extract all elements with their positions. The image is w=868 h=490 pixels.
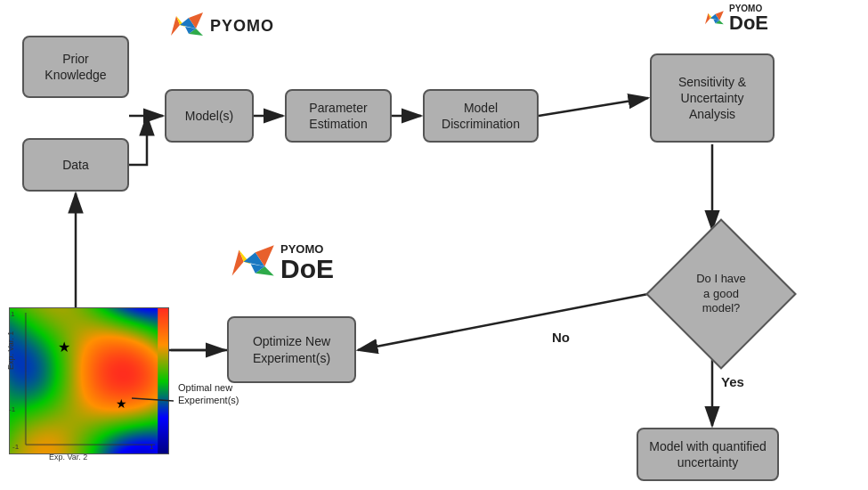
param-est-box: Parameter Estimation [285,89,392,143]
models-box: Model(s) [165,89,254,143]
diamond-label: Do I have a good model? [696,272,746,317]
optimize-box: Optimize New Experiment(s) [227,316,356,383]
x-tick-left: -1 [12,443,19,451]
no-label: No [552,330,570,345]
bird-icon-top-right [703,9,726,29]
prior-knowledge-label: Prior Knowledge [45,51,106,83]
sensitivity-box: Sensitivity & Uncertainty Analysis [650,53,775,143]
doe-text-top-right: DoE [729,13,768,33]
pyomo-doe-logo-top-right: PYOMO DoE [703,4,768,33]
star-2: ★ [116,396,127,411]
model-quant-box: Model with quantified uncertainty [637,428,779,481]
data-label: Data [62,157,89,173]
doe-text-middle: DoE [280,256,334,282]
star-1: ★ [58,339,70,355]
model-quant-label: Model with quantified uncertainty [649,438,767,470]
x-tick-right: 1 [150,443,153,451]
y-axis-label: Exp. Var. 1 [6,331,15,370]
bird-icon-middle [230,241,279,285]
svg-line-8 [358,294,648,350]
bird-icon-top [169,9,207,43]
optimize-label: Optimize New Experiment(s) [253,333,330,365]
pyomo-logo-top: PYOMO [169,9,274,43]
x-axis-label: Exp. Var. 2 [49,453,87,461]
heatmap-plot [9,307,169,454]
yes-label: Yes [721,374,744,389]
svg-line-5 [539,98,648,116]
sensitivity-label: Sensitivity & Uncertainty Analysis [678,74,746,123]
y-tick-top: 1 [11,310,14,318]
optimal-label: Optimal new Experiment(s) [178,381,239,406]
decision-diamond: Do I have a good model? [650,232,792,356]
data-box: Data [22,138,129,192]
pyomo-text-top: PYOMO [210,17,274,36]
pyomo-doe-logo-middle: PYOMO DoE [230,241,334,285]
param-est-label: Parameter Estimation [309,100,367,132]
y-tick-bottom: -1 [9,405,15,413]
prior-knowledge-box: Prior Knowledge [22,36,129,98]
model-disc-label: Model Discrimination [442,100,520,132]
diamond-text: Do I have a good model? [650,232,792,356]
models-label: Model(s) [185,108,233,124]
heatmap-canvas [10,308,168,453]
model-disc-box: Model Discrimination [423,89,539,143]
